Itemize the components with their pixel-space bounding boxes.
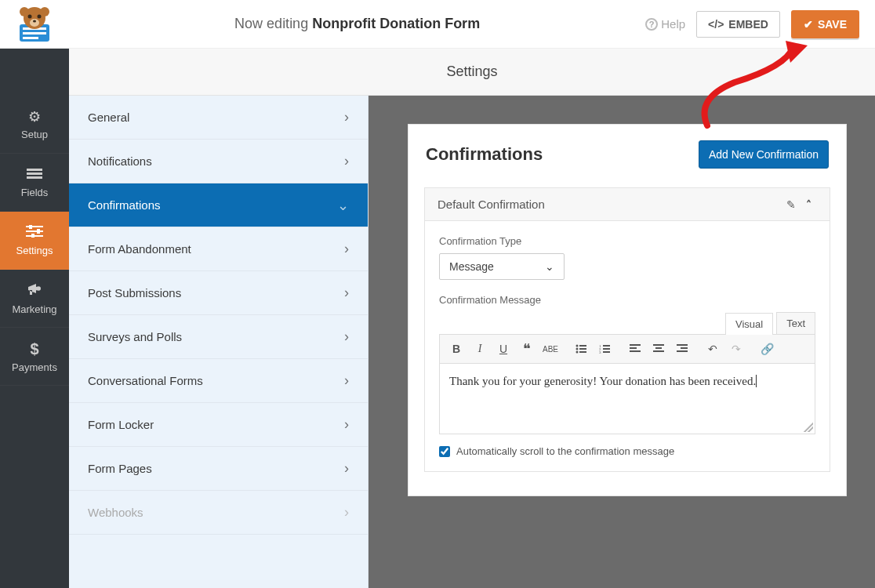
- save-button[interactable]: ✔ SAVE: [791, 10, 859, 38]
- svg-rect-39: [681, 347, 688, 349]
- tab-visual[interactable]: Visual: [725, 313, 773, 335]
- chevron-down-icon: ⌄: [337, 197, 349, 214]
- align-left-icon[interactable]: [625, 338, 645, 360]
- nav-marketing[interactable]: Marketing: [0, 270, 69, 328]
- subnav-form-locker[interactable]: Form Locker›: [69, 403, 368, 447]
- undo-icon[interactable]: ↶: [703, 338, 723, 360]
- left-nav: ⚙ Setup Fields Settings Marketing $ Paym…: [0, 96, 69, 588]
- canvas: Confirmations Add New Confirmation Defau…: [369, 96, 875, 588]
- settings-subnav: General› Notifications› Confirmations⌄ F…: [69, 96, 369, 588]
- svg-rect-27: [603, 345, 610, 347]
- resize-handle[interactable]: [804, 423, 813, 432]
- svg-rect-3: [23, 37, 38, 39]
- subnav-post-submissions[interactable]: Post Submissions›: [69, 271, 368, 315]
- chevron-right-icon: ›: [344, 153, 349, 169]
- align-center-icon[interactable]: [648, 338, 669, 360]
- sliders-icon: [26, 225, 43, 241]
- svg-rect-2: [23, 32, 46, 34]
- subnav-confirmations[interactable]: Confirmations⌄: [69, 183, 368, 227]
- type-label: Confirmation Type: [439, 235, 815, 247]
- subnav-surveys-polls[interactable]: Surveys and Polls›: [69, 315, 368, 359]
- editing-prefix: Now editing: [234, 16, 308, 31]
- svg-text:3: 3: [599, 350, 601, 354]
- italic-icon[interactable]: I: [470, 338, 490, 360]
- ul-icon[interactable]: [571, 338, 591, 360]
- svg-point-24: [576, 351, 579, 354]
- panel-title: Confirmations: [426, 144, 543, 165]
- nav-settings[interactable]: Settings: [0, 212, 69, 270]
- link-icon[interactable]: 🔗: [757, 338, 777, 360]
- svg-rect-33: [630, 347, 637, 349]
- tab-text[interactable]: Text: [776, 312, 815, 334]
- collapse-icon[interactable]: ˄: [800, 198, 817, 211]
- chevron-down-icon: ⌄: [545, 260, 554, 273]
- chevron-right-icon: ›: [344, 416, 349, 433]
- save-label: SAVE: [818, 18, 847, 31]
- add-confirmation-button[interactable]: Add New Confirmation: [699, 140, 829, 169]
- chevron-right-icon: ›: [344, 285, 349, 301]
- message-label: Confirmation Message: [439, 294, 815, 306]
- subnav-webhooks[interactable]: Webhooks›: [69, 491, 368, 535]
- nav-payments[interactable]: $ Payments: [0, 328, 69, 386]
- svg-rect-18: [37, 229, 40, 234]
- confirmation-card: Default Confirmation ✎ ˄ Confirmation Ty…: [424, 187, 830, 472]
- subnav-form-pages[interactable]: Form Pages›: [69, 447, 368, 491]
- svg-point-8: [38, 14, 42, 18]
- help-label: Help: [661, 17, 685, 31]
- svg-point-22: [576, 348, 579, 350]
- nav-setup[interactable]: ⚙ Setup: [0, 96, 69, 154]
- logo: [0, 0, 69, 49]
- embed-button[interactable]: </> EMBED: [696, 11, 780, 38]
- ol-icon[interactable]: 123: [594, 338, 615, 360]
- auto-scroll-input[interactable]: [439, 446, 450, 457]
- chevron-right-icon: ›: [344, 328, 349, 345]
- bold-icon[interactable]: B: [446, 338, 467, 360]
- settings-header-bar: Settings: [0, 49, 875, 96]
- subnav-notifications[interactable]: Notifications›: [69, 140, 368, 183]
- list-icon: [27, 167, 42, 183]
- svg-rect-25: [579, 351, 586, 353]
- editor-content: Thank you for your generosity! Your dona…: [449, 375, 756, 387]
- svg-point-20: [576, 345, 579, 347]
- svg-rect-23: [579, 348, 586, 350]
- align-right-icon[interactable]: [672, 338, 692, 360]
- code-icon: </>: [708, 18, 724, 31]
- help-link[interactable]: ? Help: [645, 17, 685, 31]
- svg-point-10: [33, 20, 36, 22]
- quote-icon[interactable]: ❝: [517, 338, 537, 360]
- svg-rect-31: [603, 351, 610, 353]
- help-icon: ?: [645, 18, 658, 31]
- confirmation-type-select[interactable]: Message ⌄: [439, 253, 565, 280]
- nav-payments-label: Payments: [12, 361, 57, 373]
- editor-tabs: Visual Text: [439, 312, 815, 334]
- edit-icon[interactable]: ✎: [782, 198, 800, 211]
- editing-title: Now editing Nonprofit Donation Form: [69, 16, 645, 32]
- topbar: Now editing Nonprofit Donation Form ? He…: [0, 0, 875, 49]
- select-value: Message: [449, 260, 494, 273]
- auto-scroll-label: Automatically scroll to the confirmation…: [456, 445, 674, 457]
- svg-rect-12: [27, 172, 42, 175]
- body: ⚙ Setup Fields Settings Marketing $ Paym…: [0, 96, 875, 588]
- redo-icon[interactable]: ↷: [726, 338, 746, 360]
- svg-point-7: [28, 14, 32, 18]
- svg-rect-21: [579, 345, 586, 347]
- settings-header-label: Settings: [69, 49, 875, 96]
- subnav-conversational-forms[interactable]: Conversational Forms›: [69, 359, 368, 403]
- svg-rect-35: [653, 344, 664, 346]
- strike-icon[interactable]: ABE: [540, 338, 561, 360]
- dollar-icon: $: [30, 340, 38, 358]
- nav-fields[interactable]: Fields: [0, 154, 69, 212]
- auto-scroll-checkbox[interactable]: Automatically scroll to the confirmation…: [439, 445, 815, 457]
- topbar-actions: ? Help </> EMBED ✔ SAVE: [645, 10, 875, 38]
- check-icon: ✔: [804, 18, 813, 31]
- svg-rect-40: [677, 350, 688, 352]
- form-name: Nonprofit Donation Form: [312, 16, 480, 31]
- midbar-spacer: [0, 49, 69, 96]
- svg-rect-17: [29, 225, 32, 229]
- confirmation-message-editor[interactable]: Thank you for your generosity! Your dona…: [439, 364, 815, 434]
- subnav-form-abandonment[interactable]: Form Abandonment›: [69, 227, 368, 271]
- chevron-right-icon: ›: [344, 109, 349, 125]
- subnav-general[interactable]: General›: [69, 96, 368, 140]
- underline-icon[interactable]: U: [493, 338, 514, 360]
- nav-marketing-label: Marketing: [12, 303, 56, 315]
